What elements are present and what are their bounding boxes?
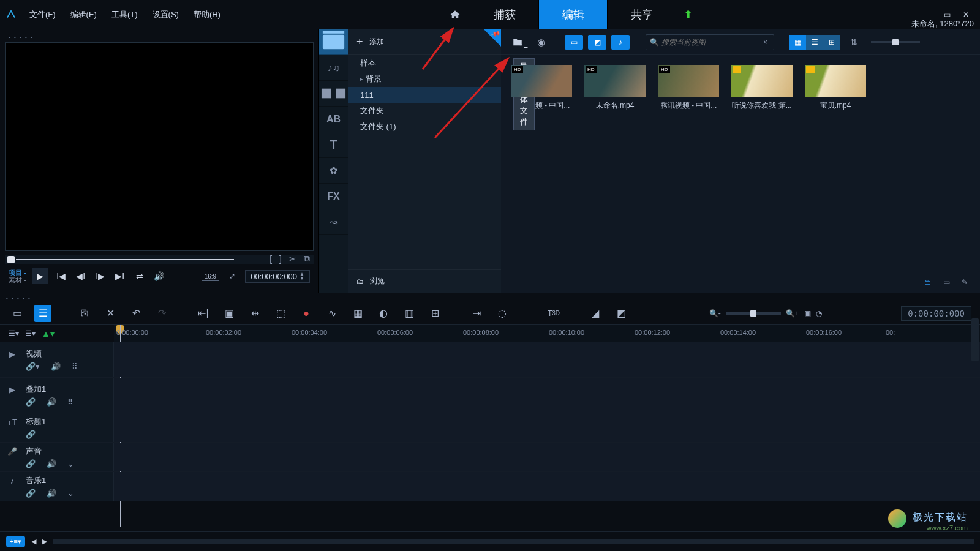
- capture-media-icon[interactable]: ◉: [532, 34, 550, 51]
- menu-file[interactable]: 文件(F): [22, 0, 63, 29]
- import-media-icon[interactable]: + 导入媒体文件: [508, 34, 527, 51]
- filter-photo-icon[interactable]: ◩: [588, 35, 606, 50]
- drag-handle-icon[interactable]: • • • • •: [5, 34, 314, 42]
- layout-icon[interactable]: ▥: [401, 305, 418, 322]
- project-mode-label[interactable]: 项目 -: [9, 269, 26, 276]
- next-clip-icon[interactable]: ▶I: [113, 271, 127, 281]
- tree-item-sample[interactable]: 样本: [348, 55, 501, 71]
- media-thumb[interactable]: 宝贝.mp4: [805, 65, 866, 111]
- link-icon[interactable]: 🔗: [26, 489, 36, 498]
- menu-edit[interactable]: 编辑(E): [63, 0, 104, 29]
- track-head-music[interactable]: ♪音乐1 🔗🔊⌄: [0, 472, 114, 501]
- mask-icon[interactable]: ◐: [375, 305, 392, 322]
- track-opts-icon[interactable]: ☰▾: [9, 329, 19, 338]
- category-title-icon[interactable]: AB: [319, 107, 348, 132]
- mode-tab-edit[interactable]: 编辑: [538, 0, 607, 29]
- category-transition-icon[interactable]: [319, 81, 348, 107]
- video-preview[interactable]: [5, 42, 314, 251]
- mark-out-icon[interactable]: ]: [279, 254, 282, 264]
- track-toggle-icon[interactable]: ☰▾: [25, 329, 36, 338]
- 3d-text-icon[interactable]: T3D: [545, 305, 562, 322]
- minimize-icon[interactable]: —: [924, 10, 932, 19]
- marker-add-icon[interactable]: ▲▾: [42, 329, 55, 339]
- mode-tab-capture[interactable]: 捕获: [470, 0, 538, 29]
- volume-icon[interactable]: 🔊: [153, 271, 166, 281]
- snapshot-icon[interactable]: ⧉: [304, 253, 310, 264]
- track-body-video[interactable]: [114, 342, 980, 377]
- lock-icon[interactable]: ⠿: [72, 362, 78, 371]
- crop-tool-icon[interactable]: ⛶: [519, 305, 537, 322]
- clear-search-icon[interactable]: ×: [761, 38, 770, 47]
- mute-icon[interactable]: 🔊: [47, 459, 56, 468]
- info-view-icon[interactable]: ▭: [940, 276, 953, 288]
- link-icon[interactable]: 🔗: [26, 397, 36, 407]
- track-body-voice[interactable]: [114, 443, 980, 471]
- copy-attr-icon[interactable]: ⎘: [76, 305, 93, 322]
- track-head-video[interactable]: ▶视频 🔗▾🔊⠿: [0, 342, 114, 377]
- track-body-music[interactable]: [114, 472, 980, 501]
- zoom-in-icon[interactable]: 🔍+: [786, 309, 799, 318]
- erase-icon[interactable]: ◢: [587, 305, 604, 322]
- mute-icon[interactable]: 🔊: [47, 397, 56, 407]
- trim-in-icon[interactable]: ⇤|: [195, 305, 212, 322]
- step-fwd-icon[interactable]: I▶: [94, 271, 107, 281]
- speed-icon[interactable]: ⇥: [468, 305, 485, 322]
- time-ruler[interactable]: 0:00:00:0000:00:02:0000:00:04:0000:00:06…: [114, 325, 980, 342]
- tools-icon[interactable]: ✕: [102, 305, 119, 322]
- thumb-zoom-slider[interactable]: [871, 41, 920, 43]
- category-text-icon[interactable]: T: [319, 132, 348, 158]
- browse-button[interactable]: 🗂 浏览: [348, 269, 501, 293]
- search-field[interactable]: [662, 38, 761, 47]
- upload-icon[interactable]: ⬆: [676, 0, 700, 29]
- filter-audio-icon[interactable]: ♪: [611, 35, 630, 50]
- chevron-down-icon[interactable]: ⌄: [67, 489, 74, 498]
- horizontal-scrollbar[interactable]: [53, 539, 974, 544]
- category-graphics-icon[interactable]: ✿: [319, 158, 348, 184]
- menu-help[interactable]: 帮助(H): [186, 0, 228, 29]
- zoom-out-icon[interactable]: 🔍-: [709, 309, 721, 318]
- add-folder-button[interactable]: + 添加: [348, 29, 501, 55]
- fit-project-icon[interactable]: ▣: [804, 309, 811, 318]
- mute-icon[interactable]: 🔊: [47, 489, 56, 498]
- view-grid-icon[interactable]: ⊞: [823, 35, 840, 50]
- duration-icon[interactable]: ◔: [816, 309, 822, 318]
- chroma-icon[interactable]: ▦: [349, 305, 366, 322]
- close-icon[interactable]: ✕: [963, 10, 969, 19]
- undo-icon[interactable]: ↶: [127, 305, 145, 322]
- scrub-bar[interactable]: [ ] ✂ ⧉: [5, 255, 314, 264]
- loop-icon[interactable]: ⇄: [133, 271, 146, 281]
- view-thumb-icon[interactable]: ▦: [789, 35, 806, 50]
- mark-in-icon[interactable]: [: [270, 254, 272, 264]
- track-head-voice[interactable]: 🎤声音 🔗🔊⌄: [0, 443, 114, 471]
- home-icon[interactable]: [440, 0, 470, 29]
- menu-tools[interactable]: 工具(T): [104, 0, 145, 29]
- tree-item-folder[interactable]: 文件夹: [348, 103, 501, 119]
- timecode-stepper-icon[interactable]: ▲▼: [300, 272, 304, 281]
- media-thumb[interactable]: HD腾讯视频 - 中国...: [658, 65, 719, 111]
- prev-clip-icon[interactable]: I◀: [55, 271, 68, 281]
- fit-icon[interactable]: ⬚: [272, 305, 289, 322]
- link-icon[interactable]: 🔗▾: [26, 362, 40, 371]
- category-audio-icon[interactable]: ♪♫: [319, 55, 348, 81]
- media-thumb[interactable]: 听说你喜欢我 第...: [731, 65, 793, 111]
- vertical-scrollbar[interactable]: [971, 318, 979, 361]
- timeline-view-icon[interactable]: ☰: [34, 305, 51, 322]
- scroll-left-icon[interactable]: ◀: [31, 538, 36, 545]
- timeline-zoom-slider[interactable]: [726, 312, 781, 315]
- track-motion-icon[interactable]: ◌: [494, 305, 511, 322]
- tree-item-background[interactable]: ▸背景: [348, 71, 501, 87]
- color-icon[interactable]: ◩: [612, 305, 630, 322]
- media-thumb[interactable]: HD未命名.mp4: [584, 65, 646, 111]
- track-body-title[interactable]: [114, 413, 980, 442]
- panel-drag-handle-icon[interactable]: • • • • •: [0, 293, 980, 302]
- mode-tab-share[interactable]: 共享: [607, 0, 676, 29]
- aspect-ratio-button[interactable]: 16:9: [202, 272, 219, 281]
- resize-icon[interactable]: ⤢: [229, 272, 235, 280]
- link-icon[interactable]: 🔗: [26, 459, 36, 468]
- split-icon[interactable]: ✂: [289, 254, 296, 264]
- mute-icon[interactable]: 🔊: [51, 362, 61, 371]
- track-head-overlay[interactable]: ▶叠加1 🔗🔊⠿: [0, 378, 114, 413]
- category-media-icon[interactable]: [319, 29, 348, 55]
- filter-video-icon[interactable]: ▭: [565, 35, 583, 50]
- tree-item-folder1[interactable]: 文件夹 (1): [348, 119, 501, 135]
